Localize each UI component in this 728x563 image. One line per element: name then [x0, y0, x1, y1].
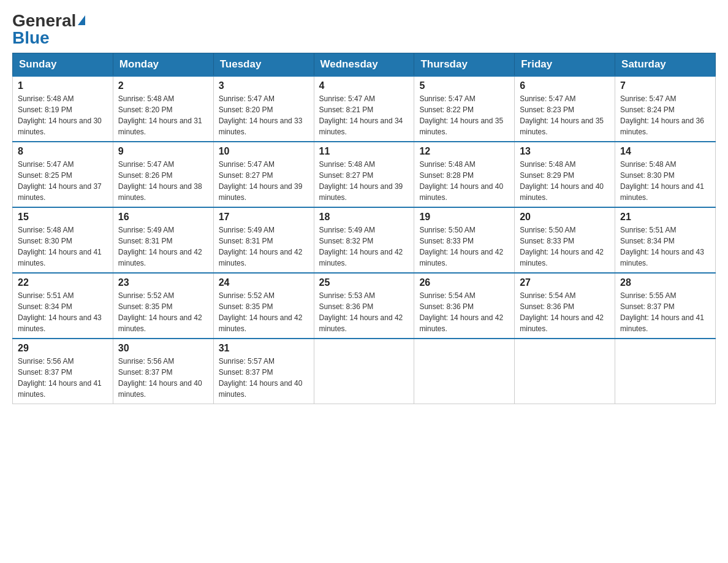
- calendar-cell: 6 Sunrise: 5:47 AMSunset: 8:23 PMDayligh…: [515, 76, 615, 142]
- day-number: 2: [118, 80, 208, 91]
- calendar-cell: 14 Sunrise: 5:48 AMSunset: 8:30 PMDaylig…: [615, 142, 716, 207]
- day-info: Sunrise: 5:47 AMSunset: 8:27 PMDaylight:…: [219, 159, 309, 203]
- day-info: Sunrise: 5:49 AMSunset: 8:31 PMDaylight:…: [219, 224, 309, 269]
- calendar-week-row: 29 Sunrise: 5:56 AMSunset: 8:37 PMDaylig…: [13, 339, 716, 404]
- day-info: Sunrise: 5:47 AMSunset: 8:25 PMDaylight:…: [18, 159, 108, 203]
- calendar-cell: 7 Sunrise: 5:47 AMSunset: 8:24 PMDayligh…: [615, 76, 716, 142]
- calendar-cell: 30 Sunrise: 5:56 AMSunset: 8:37 PMDaylig…: [113, 339, 213, 404]
- day-info: Sunrise: 5:53 AMSunset: 8:36 PMDaylight:…: [319, 290, 409, 334]
- calendar-cell: 1 Sunrise: 5:48 AMSunset: 8:19 PMDayligh…: [13, 76, 113, 142]
- day-number: 12: [419, 146, 509, 157]
- day-info: Sunrise: 5:47 AMSunset: 8:20 PMDaylight:…: [219, 93, 309, 137]
- calendar-cell: 19 Sunrise: 5:50 AMSunset: 8:33 PMDaylig…: [414, 207, 515, 273]
- day-info: Sunrise: 5:52 AMSunset: 8:35 PMDaylight:…: [118, 290, 208, 334]
- calendar-cell: 27 Sunrise: 5:54 AMSunset: 8:36 PMDaylig…: [515, 273, 615, 339]
- calendar-table: Sunday Monday Tuesday Wednesday Thursday…: [12, 53, 716, 404]
- col-wednesday: Wednesday: [314, 53, 414, 77]
- day-info: Sunrise: 5:48 AMSunset: 8:19 PMDaylight:…: [18, 93, 108, 137]
- calendar-cell: 16 Sunrise: 5:49 AMSunset: 8:31 PMDaylig…: [113, 207, 213, 273]
- calendar-cell: 8 Sunrise: 5:47 AMSunset: 8:25 PMDayligh…: [13, 142, 113, 207]
- calendar-cell: 28 Sunrise: 5:55 AMSunset: 8:37 PMDaylig…: [615, 273, 716, 339]
- col-saturday: Saturday: [615, 53, 716, 77]
- day-number: 3: [219, 80, 309, 91]
- calendar-cell: 26 Sunrise: 5:54 AMSunset: 8:36 PMDaylig…: [414, 273, 515, 339]
- day-number: 13: [520, 146, 610, 157]
- col-friday: Friday: [515, 53, 615, 77]
- calendar-week-row: 1 Sunrise: 5:48 AMSunset: 8:19 PMDayligh…: [13, 76, 716, 142]
- calendar-cell: 2 Sunrise: 5:48 AMSunset: 8:20 PMDayligh…: [113, 76, 213, 142]
- day-info: Sunrise: 5:47 AMSunset: 8:24 PMDaylight:…: [620, 93, 710, 137]
- calendar-week-row: 8 Sunrise: 5:47 AMSunset: 8:25 PMDayligh…: [13, 142, 716, 207]
- col-tuesday: Tuesday: [213, 53, 314, 77]
- calendar-cell: 21 Sunrise: 5:51 AMSunset: 8:34 PMDaylig…: [615, 207, 716, 273]
- day-info: Sunrise: 5:48 AMSunset: 8:20 PMDaylight:…: [118, 93, 208, 137]
- day-number: 10: [219, 146, 309, 157]
- day-info: Sunrise: 5:47 AMSunset: 8:23 PMDaylight:…: [520, 93, 610, 137]
- day-info: Sunrise: 5:47 AMSunset: 8:22 PMDaylight:…: [419, 93, 509, 137]
- day-number: 26: [419, 277, 509, 288]
- day-number: 24: [219, 277, 309, 288]
- day-number: 18: [319, 212, 409, 223]
- day-number: 28: [620, 277, 710, 288]
- page-header: General Blue: [12, 12, 716, 47]
- calendar-cell: 13 Sunrise: 5:48 AMSunset: 8:29 PMDaylig…: [515, 142, 615, 207]
- day-number: 9: [118, 146, 208, 157]
- day-info: Sunrise: 5:56 AMSunset: 8:37 PMDaylight:…: [18, 356, 108, 400]
- day-info: Sunrise: 5:48 AMSunset: 8:30 PMDaylight:…: [18, 224, 108, 269]
- logo-general-text: General: [12, 12, 76, 29]
- day-number: 31: [219, 343, 309, 354]
- logo: General Blue: [12, 12, 85, 47]
- day-number: 7: [620, 80, 710, 91]
- calendar-cell: [414, 339, 515, 404]
- day-number: 19: [419, 212, 509, 223]
- calendar-cell: [615, 339, 716, 404]
- day-number: 25: [319, 277, 409, 288]
- calendar-cell: 4 Sunrise: 5:47 AMSunset: 8:21 PMDayligh…: [314, 76, 414, 142]
- day-info: Sunrise: 5:54 AMSunset: 8:36 PMDaylight:…: [419, 290, 509, 334]
- day-info: Sunrise: 5:49 AMSunset: 8:32 PMDaylight:…: [319, 224, 409, 269]
- day-info: Sunrise: 5:49 AMSunset: 8:31 PMDaylight:…: [118, 224, 208, 269]
- day-number: 29: [18, 343, 108, 354]
- calendar-header-row: Sunday Monday Tuesday Wednesday Thursday…: [13, 53, 716, 77]
- calendar-cell: 3 Sunrise: 5:47 AMSunset: 8:20 PMDayligh…: [213, 76, 314, 142]
- day-number: 8: [18, 146, 108, 157]
- day-info: Sunrise: 5:47 AMSunset: 8:26 PMDaylight:…: [118, 159, 208, 203]
- day-info: Sunrise: 5:48 AMSunset: 8:28 PMDaylight:…: [419, 159, 509, 203]
- col-monday: Monday: [113, 53, 213, 77]
- day-info: Sunrise: 5:50 AMSunset: 8:33 PMDaylight:…: [419, 224, 509, 269]
- day-info: Sunrise: 5:47 AMSunset: 8:21 PMDaylight:…: [319, 93, 409, 137]
- logo-blue-text: Blue: [12, 29, 50, 47]
- day-number: 15: [18, 212, 108, 223]
- calendar-cell: 22 Sunrise: 5:51 AMSunset: 8:34 PMDaylig…: [13, 273, 113, 339]
- day-info: Sunrise: 5:48 AMSunset: 8:30 PMDaylight:…: [620, 159, 710, 203]
- day-number: 14: [620, 146, 710, 157]
- calendar-cell: 5 Sunrise: 5:47 AMSunset: 8:22 PMDayligh…: [414, 76, 515, 142]
- day-info: Sunrise: 5:56 AMSunset: 8:37 PMDaylight:…: [118, 356, 208, 400]
- calendar-cell: 29 Sunrise: 5:56 AMSunset: 8:37 PMDaylig…: [13, 339, 113, 404]
- day-number: 22: [18, 277, 108, 288]
- col-sunday: Sunday: [13, 53, 113, 77]
- day-info: Sunrise: 5:51 AMSunset: 8:34 PMDaylight:…: [620, 224, 710, 269]
- calendar-cell: [314, 339, 414, 404]
- day-number: 5: [419, 80, 509, 91]
- calendar-cell: 20 Sunrise: 5:50 AMSunset: 8:33 PMDaylig…: [515, 207, 615, 273]
- calendar-cell: 23 Sunrise: 5:52 AMSunset: 8:35 PMDaylig…: [113, 273, 213, 339]
- calendar-cell: 12 Sunrise: 5:48 AMSunset: 8:28 PMDaylig…: [414, 142, 515, 207]
- calendar-cell: 11 Sunrise: 5:48 AMSunset: 8:27 PMDaylig…: [314, 142, 414, 207]
- day-number: 20: [520, 212, 610, 223]
- day-number: 16: [118, 212, 208, 223]
- day-number: 17: [219, 212, 309, 223]
- day-number: 11: [319, 146, 409, 157]
- day-info: Sunrise: 5:52 AMSunset: 8:35 PMDaylight:…: [219, 290, 309, 334]
- day-info: Sunrise: 5:55 AMSunset: 8:37 PMDaylight:…: [620, 290, 710, 334]
- day-info: Sunrise: 5:48 AMSunset: 8:29 PMDaylight:…: [520, 159, 610, 203]
- calendar-cell: 24 Sunrise: 5:52 AMSunset: 8:35 PMDaylig…: [213, 273, 314, 339]
- calendar-cell: 9 Sunrise: 5:47 AMSunset: 8:26 PMDayligh…: [113, 142, 213, 207]
- col-thursday: Thursday: [414, 53, 515, 77]
- calendar-cell: 15 Sunrise: 5:48 AMSunset: 8:30 PMDaylig…: [13, 207, 113, 273]
- calendar-week-row: 15 Sunrise: 5:48 AMSunset: 8:30 PMDaylig…: [13, 207, 716, 273]
- day-number: 6: [520, 80, 610, 91]
- day-number: 4: [319, 80, 409, 91]
- day-number: 27: [520, 277, 610, 288]
- calendar-cell: 31 Sunrise: 5:57 AMSunset: 8:37 PMDaylig…: [213, 339, 314, 404]
